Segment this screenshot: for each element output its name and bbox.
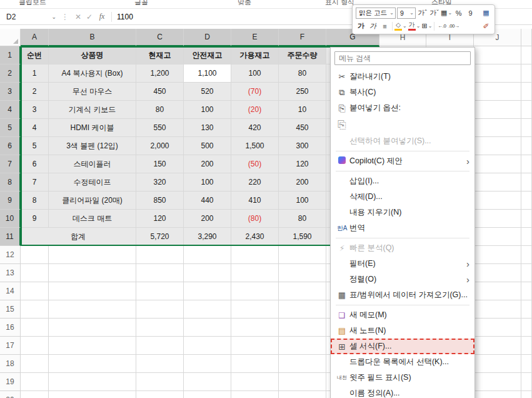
cell-A1[interactable]: 순번 xyxy=(21,46,49,64)
cell-B4[interactable]: 기계식 키보드 xyxy=(49,101,136,119)
cell-F16[interactable] xyxy=(279,319,326,337)
cell-C13[interactable] xyxy=(136,264,184,282)
cell-J13[interactable] xyxy=(474,264,521,282)
cell-F20[interactable] xyxy=(279,391,326,398)
row-header-4[interactable]: 4 xyxy=(0,101,21,119)
format-as-table-button[interactable]: ▦ xyxy=(481,8,491,19)
cell-D4[interactable]: 100 xyxy=(184,101,231,119)
cell-F5[interactable]: 450 xyxy=(279,119,326,137)
cell-A9[interactable]: 8 xyxy=(21,191,49,210)
column-header-D[interactable]: D xyxy=(184,29,231,46)
menu-item-get-data-from-range[interactable]: ▦표/범위에서 데이터 가져오기(G)... xyxy=(331,287,474,303)
cell-E7[interactable]: (50) xyxy=(231,155,279,173)
insert-function-button[interactable]: fx xyxy=(95,12,109,21)
cell-E14[interactable] xyxy=(231,282,279,300)
cell-B20[interactable] xyxy=(49,391,136,398)
cell-J9[interactable] xyxy=(474,191,521,210)
row-header-6[interactable]: 6 xyxy=(0,137,21,155)
cell-C5[interactable]: 550 xyxy=(136,119,184,137)
font-name-select[interactable]: 맑은 고드 ⌄ xyxy=(356,8,396,19)
cell-E1[interactable]: 가용재고 xyxy=(231,46,279,64)
cell-F8[interactable]: 200 xyxy=(279,173,326,191)
cell-E17[interactable] xyxy=(231,337,279,355)
name-box[interactable]: D2 ⌄ xyxy=(0,9,60,24)
row-header-15[interactable]: 15 xyxy=(0,300,21,319)
cell-J15[interactable] xyxy=(474,300,521,319)
menu-item-insert[interactable]: 삽입(I)... xyxy=(331,173,474,189)
menu-item-new-note[interactable]: ▤새 노트(N) xyxy=(331,323,474,339)
cell-E4[interactable]: (20) xyxy=(231,101,279,119)
cell-A16[interactable] xyxy=(21,319,49,337)
cell-C19[interactable] xyxy=(136,373,184,391)
cell-A4[interactable]: 3 xyxy=(21,101,49,119)
menu-item-clear-contents[interactable]: 내용 지우기(N) xyxy=(331,205,474,220)
cell-A20[interactable] xyxy=(21,391,49,398)
cell-B12[interactable] xyxy=(49,246,136,264)
cell-C4[interactable]: 80 xyxy=(136,101,184,119)
row-header-2[interactable]: 2 xyxy=(0,64,21,83)
drag-handle-icon[interactable]: ⋮ xyxy=(61,13,69,21)
cell-F9[interactable]: 100 xyxy=(279,191,326,210)
cell-J2[interactable] xyxy=(474,64,521,83)
cell-C6[interactable]: 2,000 xyxy=(136,137,184,155)
cell-B17[interactable] xyxy=(49,337,136,355)
cell-J10[interactable] xyxy=(474,210,521,228)
cell-E20[interactable] xyxy=(231,391,279,398)
menu-item-sort[interactable]: 정렬(O)› xyxy=(331,272,474,287)
cell-J20[interactable] xyxy=(474,391,521,398)
menu-item-delete[interactable]: 삭제(D)... xyxy=(331,189,474,205)
cell-A18[interactable] xyxy=(21,355,49,373)
row-header-10[interactable]: 10 xyxy=(0,210,21,228)
cell-C18[interactable] xyxy=(136,355,184,373)
comma-style-button[interactable]: 9 xyxy=(465,8,476,19)
bold-button[interactable]: 가 xyxy=(356,21,366,32)
cell-A6[interactable]: 5 xyxy=(21,137,49,155)
column-header-B[interactable]: B xyxy=(49,29,136,46)
menu-item-new-comment[interactable]: ❑새 메모(M) xyxy=(331,307,474,323)
cell-C16[interactable] xyxy=(136,319,184,337)
cell-E16[interactable] xyxy=(231,319,279,337)
cell-E6[interactable]: 1,500 xyxy=(231,137,279,155)
menu-item-paste[interactable]: ⎘ xyxy=(331,116,474,133)
row-header-20[interactable]: 20 xyxy=(0,391,21,398)
cell-A13[interactable] xyxy=(21,264,49,282)
cell-F14[interactable] xyxy=(279,282,326,300)
cell-J4[interactable] xyxy=(474,101,521,119)
cell-F7[interactable]: 120 xyxy=(279,155,326,173)
cell-B16[interactable] xyxy=(49,319,136,337)
column-header-A[interactable]: A xyxy=(21,29,49,46)
menu-search-input[interactable]: 메뉴 검색 xyxy=(334,51,471,65)
cell-A17[interactable] xyxy=(21,337,49,355)
column-header-C[interactable]: C xyxy=(136,29,184,46)
cell-C11[interactable]: 5,720 xyxy=(136,228,184,246)
cell-E10[interactable]: (80) xyxy=(231,210,279,228)
cell-D8[interactable]: 100 xyxy=(184,173,231,191)
cell-A10[interactable]: 9 xyxy=(21,210,49,228)
cell-D9[interactable]: 440 xyxy=(184,191,231,210)
row-header-8[interactable]: 8 xyxy=(0,173,21,191)
cell-D20[interactable] xyxy=(184,391,231,398)
cell-C17[interactable] xyxy=(136,337,184,355)
menu-item-translate[interactable]: 한A번역 xyxy=(331,220,474,236)
cell-J16[interactable] xyxy=(474,319,521,337)
borders-button[interactable]: ⊞ ⌄ xyxy=(421,21,432,32)
percent-style-button[interactable]: % xyxy=(453,8,464,19)
italic-button[interactable]: 가 xyxy=(368,21,378,32)
center-align-button[interactable]: ≡ xyxy=(379,21,390,32)
cell-A3[interactable]: 2 xyxy=(21,83,49,101)
font-size-select[interactable]: 9 ⌄ xyxy=(397,8,416,19)
cell-B14[interactable] xyxy=(49,282,136,300)
row-header-7[interactable]: 7 xyxy=(0,155,21,173)
cell-F18[interactable] xyxy=(279,355,326,373)
cell-B10[interactable]: 데스크 매트 xyxy=(49,210,136,228)
cell-A11-B11-merged[interactable]: 합계 xyxy=(21,228,136,246)
cell-C8[interactable]: 320 xyxy=(136,173,184,191)
row-header-1[interactable]: 1 xyxy=(0,46,21,64)
cell-J1[interactable] xyxy=(474,46,521,64)
row-header-18[interactable]: 18 xyxy=(0,355,21,373)
row-header-5[interactable]: 5 xyxy=(0,119,21,137)
cancel-button[interactable]: ✕ xyxy=(73,13,84,21)
cell-B18[interactable] xyxy=(49,355,136,373)
cell-D18[interactable] xyxy=(184,355,231,373)
cell-J12[interactable] xyxy=(474,246,521,264)
